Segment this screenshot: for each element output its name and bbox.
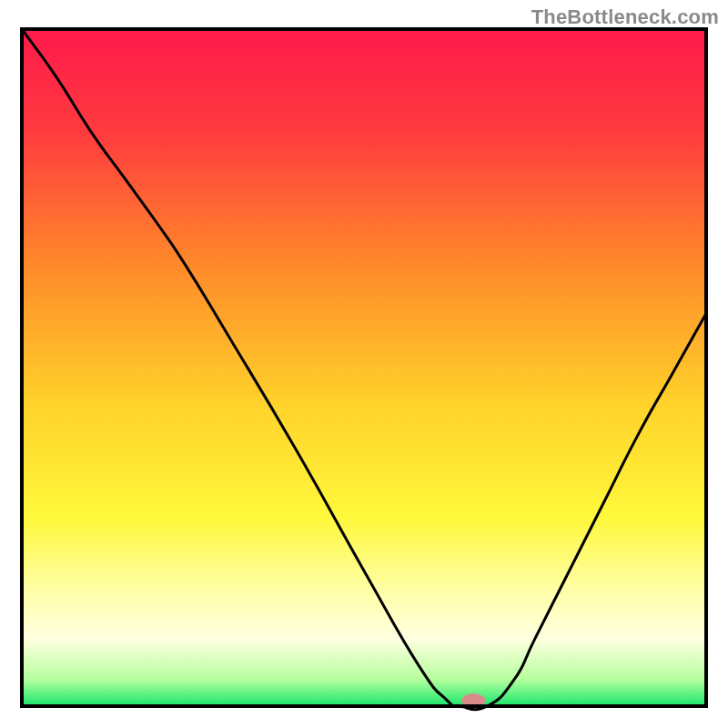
plot-background: [22, 29, 706, 706]
watermark-label: TheBottleneck.com: [531, 5, 719, 29]
chart-container: TheBottleneck.com: [0, 0, 728, 728]
bottleneck-chart: [0, 0, 728, 728]
